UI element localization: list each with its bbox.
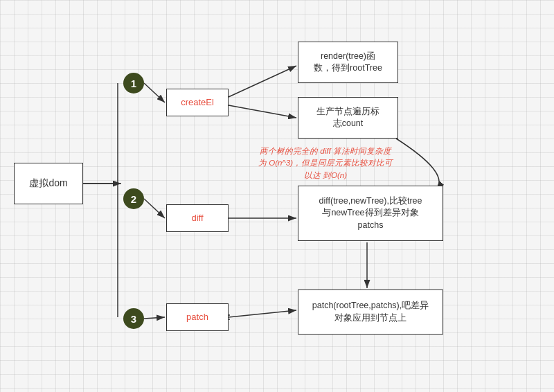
patch-apply-box: patch(rootTree,patchs),吧差异对象应用到节点上 bbox=[298, 289, 443, 335]
svg-line-11 bbox=[229, 105, 296, 118]
svg-line-9 bbox=[144, 317, 165, 319]
arrows-layer bbox=[0, 0, 554, 392]
diagram: 虚拟dom 1 createEl 2 diff 3 patch render(t… bbox=[0, 0, 554, 392]
vdom-box: 虚拟dom bbox=[14, 163, 83, 204]
circle-3: 3 bbox=[123, 308, 144, 329]
svg-line-5 bbox=[144, 83, 165, 103]
svg-line-7 bbox=[144, 199, 165, 218]
gen-count-box: 生产节点遍历标志count bbox=[298, 97, 398, 139]
diff-box: diff bbox=[166, 204, 229, 232]
svg-line-10 bbox=[229, 66, 296, 97]
circle-1: 1 bbox=[123, 73, 144, 93]
circle-2: 2 bbox=[123, 188, 144, 209]
diff-result-box: diff(tree,newTree),比较tree与newTree得到差异对象p… bbox=[298, 186, 443, 241]
svg-line-14 bbox=[229, 310, 296, 317]
render-tree-box: render(tree)函数，得到rootTree bbox=[298, 42, 398, 83]
patch-box: patch bbox=[166, 303, 229, 331]
diff-annotation: 两个树的完全的 diff 算法时间复杂度为 O(n^3)，但是同层元素比较对比可… bbox=[256, 145, 395, 181]
createel-box: createEl bbox=[166, 89, 229, 116]
